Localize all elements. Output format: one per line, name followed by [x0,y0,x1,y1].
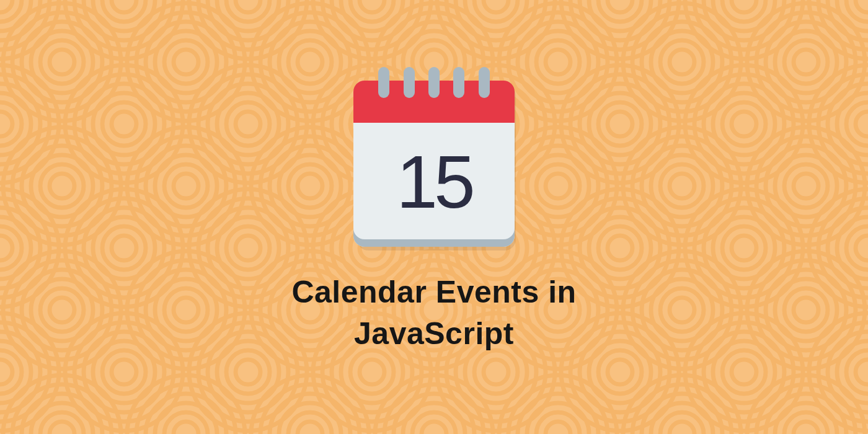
calendar-body: 15 [353,123,515,247]
title-line-2: JavaScript [354,316,514,351]
calendar-rings [353,67,515,98]
page-title: Calendar Events in JavaScript [291,272,576,355]
calendar-icon: 15 [353,67,515,253]
title-line-1: Calendar Events in [291,275,576,309]
calendar-date-number: 15 [396,139,471,224]
